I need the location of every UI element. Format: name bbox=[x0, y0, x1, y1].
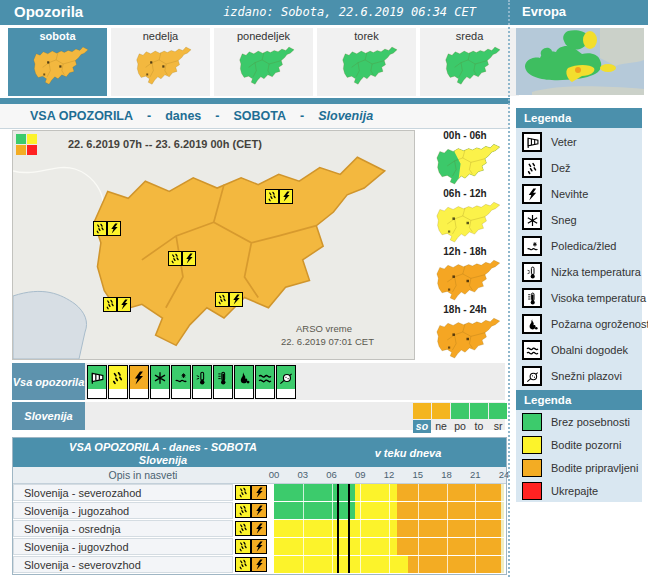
day-tab-sreda[interactable]: sreda bbox=[420, 28, 519, 96]
day-chip-so[interactable]: so bbox=[413, 420, 431, 433]
warning-type-veter[interactable] bbox=[87, 365, 107, 399]
warnings-table: VSA OPOZORILA - danes - SOBOTA Slovenija… bbox=[12, 437, 507, 575]
table-rows: Slovenija - severozahod Slovenija - jugo… bbox=[13, 484, 506, 574]
day-tab-ponedeljek[interactable]: ponedeljek bbox=[214, 28, 313, 96]
day-tab-label: torek bbox=[317, 28, 416, 42]
section-title-bar: VSA OPOZORILA-danes-SOBOTA-Slovenija bbox=[0, 104, 510, 129]
warning-type-poledica[interactable] bbox=[171, 365, 191, 399]
nevihte-icon bbox=[254, 523, 265, 534]
dez-icon bbox=[526, 162, 539, 175]
nevihte-icon bbox=[119, 299, 130, 310]
timeslot-map-1[interactable] bbox=[428, 200, 502, 249]
day-tab-torek[interactable]: torek bbox=[317, 28, 416, 96]
europe-section-title: Evropa bbox=[522, 4, 566, 19]
veter-icon bbox=[526, 136, 539, 149]
sidebar-divider bbox=[508, 0, 510, 577]
visoka-icon bbox=[216, 371, 230, 385]
timeline-segment-pale bbox=[501, 520, 504, 537]
hour-label: 09 bbox=[355, 469, 366, 480]
timeslot-label: 18h - 24h bbox=[420, 304, 510, 315]
map-color-legend bbox=[16, 134, 38, 156]
obalni-icon bbox=[526, 344, 539, 357]
day-chip-po[interactable]: po bbox=[451, 420, 469, 433]
warning-type-pozarna[interactable] bbox=[234, 365, 254, 399]
day-tab-label: sreda bbox=[420, 28, 519, 42]
all-warnings-label: Vsa opozorila bbox=[12, 363, 85, 400]
dez-icon bbox=[238, 505, 249, 516]
legend-item-poledica: Poledica/žled bbox=[522, 236, 616, 256]
current-time-marker bbox=[348, 484, 350, 573]
timeline-segment-yellow bbox=[274, 520, 397, 537]
title-all-warnings: VSA OPOZORILA bbox=[30, 109, 133, 123]
timeline-gridline bbox=[360, 484, 361, 573]
warning-type-dez[interactable] bbox=[108, 365, 128, 399]
hour-label: 18 bbox=[441, 469, 452, 480]
day-tab-sobota[interactable]: sobota bbox=[8, 28, 107, 96]
timeslot-label: 06h - 12h bbox=[420, 188, 510, 199]
map-valid-period: 22. 6.2019 07h -- 23. 6.2019 00h (CET) bbox=[68, 138, 262, 150]
warning-type-nevihte[interactable] bbox=[129, 365, 149, 399]
region-row-label[interactable]: Slovenija - severozahod bbox=[13, 484, 233, 501]
nevihte-icon bbox=[231, 294, 242, 305]
dez-icon bbox=[238, 487, 249, 498]
dez-icon bbox=[111, 371, 125, 385]
current-time-marker bbox=[337, 484, 339, 573]
legend-square-yellow bbox=[27, 134, 37, 144]
nevihte-icon bbox=[254, 541, 265, 552]
pozarna-icon bbox=[526, 318, 539, 331]
dez-icon bbox=[170, 253, 181, 264]
warning-type-plazovi[interactable] bbox=[276, 365, 296, 399]
warning-type-visoka[interactable] bbox=[213, 365, 233, 399]
timeslot-map-3[interactable] bbox=[428, 316, 502, 365]
legend-item-visoka: Visoka temperatura bbox=[522, 288, 646, 308]
warning-type-nizka[interactable] bbox=[192, 365, 212, 399]
timeslot-map-2[interactable] bbox=[428, 258, 502, 307]
legend-item-plazovi: Snežni plazovi bbox=[522, 366, 622, 386]
region-row-label[interactable]: Slovenija - jugovzhod bbox=[13, 538, 233, 555]
issued-timestamp: izdano: Sobota, 22.6.2019 06:34 CET bbox=[223, 5, 476, 19]
day-chip-square-so bbox=[413, 403, 431, 419]
nevihte-icon bbox=[132, 371, 146, 385]
day-chip-sr[interactable]: sr bbox=[489, 420, 507, 433]
warning-type-obalni[interactable] bbox=[255, 365, 275, 399]
map-warning-icons bbox=[168, 251, 196, 266]
legend-icons-header: Legenda bbox=[516, 108, 642, 128]
legend-square-green bbox=[16, 134, 26, 144]
day-chip-square-po bbox=[451, 403, 469, 419]
hour-label: 21 bbox=[470, 469, 481, 480]
legend-item-sneg: Sneg bbox=[522, 210, 577, 230]
table-row: Slovenija - jugovzhod bbox=[13, 538, 506, 555]
table-title: VSA OPOZORILA - danes - SOBOTA bbox=[13, 441, 313, 453]
timeslot-map-0[interactable] bbox=[428, 142, 502, 191]
warning-type-sneg[interactable] bbox=[150, 365, 170, 399]
timeline-gridline bbox=[447, 484, 448, 573]
timeline-gridline bbox=[389, 484, 390, 573]
dez-icon bbox=[267, 191, 278, 202]
timeline-segment-green bbox=[274, 502, 355, 519]
europe-map[interactable] bbox=[516, 28, 644, 95]
region-row-label[interactable]: Slovenija - severovzhod bbox=[13, 556, 233, 573]
day-chip-ne[interactable]: ne bbox=[432, 420, 450, 433]
timeline-gridline bbox=[303, 484, 304, 573]
timeline-segment-orange bbox=[397, 502, 501, 519]
dez-icon bbox=[217, 294, 228, 305]
nizka-icon bbox=[195, 371, 209, 385]
header-bar: Opozorila izdano: Sobota, 22.6.2019 06:3… bbox=[0, 0, 648, 25]
legend-level-yellow: Bodite pozorni bbox=[522, 436, 621, 454]
dez-icon bbox=[95, 223, 106, 234]
nevihte-icon bbox=[281, 191, 292, 202]
day-chip-square-ne bbox=[432, 403, 450, 419]
day-chip-square-to bbox=[470, 403, 488, 419]
region-row-label[interactable]: Slovenija - jugozahod bbox=[13, 502, 233, 519]
pozarna-icon bbox=[237, 371, 251, 385]
day-tab-label: nedelja bbox=[111, 28, 210, 42]
plazovi-icon bbox=[279, 371, 293, 385]
timeslot-label: 00h - 06h bbox=[420, 130, 510, 141]
legend-item-nizka: Nizka temperatura bbox=[522, 262, 641, 282]
map-issued-time: 22. 6.2019 07:01 CET bbox=[281, 336, 374, 347]
row-warning-icons bbox=[235, 485, 267, 500]
day-chip-to[interactable]: to bbox=[470, 420, 488, 433]
day-chip-square-sr bbox=[489, 403, 507, 419]
day-tab-nedelja[interactable]: nedelja bbox=[111, 28, 210, 96]
region-row-label[interactable]: Slovenija - osrednja bbox=[13, 520, 233, 537]
